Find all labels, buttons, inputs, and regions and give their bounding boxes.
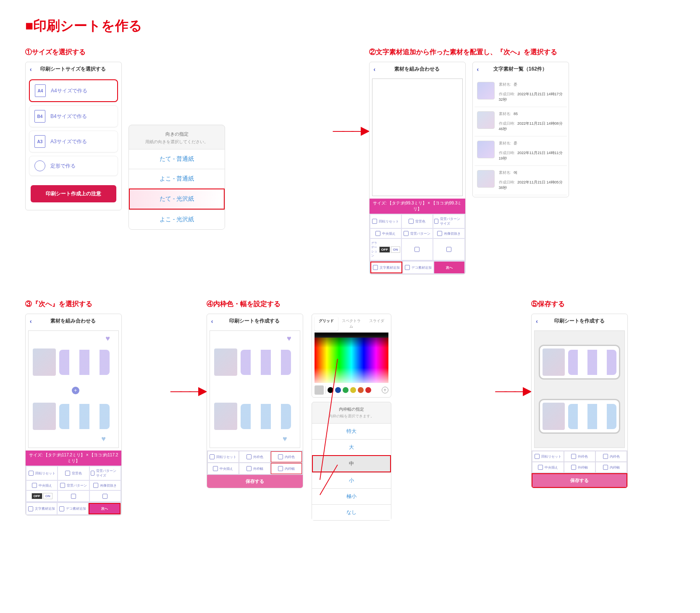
edit-header: 印刷シートを作成する (541, 317, 623, 325)
tool-bg-pattern[interactable]: 背景パターン (402, 229, 433, 238)
color-tab-slider[interactable]: スライダ (365, 317, 388, 331)
canvas[interactable]: ♥ ♥ (210, 330, 300, 448)
tool-center[interactable]: 中央揃え (26, 481, 57, 490)
tool-outer-color[interactable]: 外枠色 (239, 451, 270, 462)
swatch[interactable] (335, 387, 341, 393)
back-icon[interactable]: ‹ (374, 66, 376, 73)
size-option-b4[interactable]: B4 B4サイズで作る (29, 105, 118, 127)
width-opt-s[interactable]: 小 (312, 472, 391, 488)
save-button[interactable]: 保存する (207, 475, 303, 488)
size-label-a4: A4サイズで作る (51, 87, 87, 94)
compose-header: 素材を組み合わせる (379, 65, 461, 73)
tool-extra1[interactable] (58, 491, 89, 501)
tool-bg-color[interactable]: 背景色 (402, 215, 433, 228)
notes-button[interactable]: 印刷シート作成上の注意 (31, 185, 116, 202)
photo-material[interactable] (33, 403, 56, 430)
save-button[interactable]: 保存する (532, 473, 627, 488)
tool-gradation[interactable]: OFFON (26, 491, 57, 501)
back-icon[interactable]: ‹ (30, 66, 32, 73)
a4-icon: A4 (35, 84, 46, 97)
size-option-a3[interactable]: A3 A3サイズで作る (29, 131, 118, 152)
tool-center[interactable]: 中央揃え (370, 229, 401, 238)
photo-material[interactable] (214, 403, 237, 430)
tool-inner-color[interactable]: 内枠色 (596, 451, 627, 461)
tool-bg-pattern-size[interactable]: 背景パターンサイズ (433, 215, 464, 228)
tool-inner-width[interactable]: 内枠幅 (596, 462, 627, 472)
tool-rotate-reset[interactable]: 回転リセット (532, 451, 563, 461)
swatch[interactable] (365, 387, 371, 393)
misc-icon (446, 247, 451, 252)
add-text-material-button[interactable]: 文字素材追加 (370, 262, 402, 273)
add-deco-material-button[interactable]: デコ素材追加 (403, 262, 433, 273)
tool-inner-color[interactable]: 内枠色 (271, 451, 301, 462)
arrow-icon: ———▶ (495, 384, 530, 398)
orient-opt-0[interactable]: たて - 普通紙 (129, 149, 225, 169)
color-tab-grid[interactable]: グリッド (315, 317, 338, 331)
swatch[interactable] (343, 387, 349, 393)
tool-bg-pattern[interactable]: 背景パターン (58, 481, 89, 490)
add-text-material-button[interactable]: 文字素材追加 (26, 503, 57, 514)
step1-title: ①サイズを選択する (25, 48, 274, 57)
material-item[interactable]: 素材名:85 作成日時:2022年11月21日 14時08分46秒 (475, 107, 567, 136)
text-material[interactable] (241, 350, 291, 375)
plus-icon[interactable]: + (72, 387, 79, 394)
tool-rotate-reset[interactable]: 回転リセット (370, 215, 401, 228)
step5-title: ⑤保存する (531, 300, 675, 309)
tool-gradation[interactable]: グラデーション OFFON (370, 239, 401, 260)
tool-outer-width[interactable]: 外枠幅 (564, 462, 595, 472)
tool-center[interactable]: 中央揃え (532, 462, 563, 472)
add-swatch-icon[interactable]: + (382, 387, 388, 393)
tool-outer-color[interactable]: 外枠色 (564, 451, 595, 461)
canvas[interactable] (534, 330, 625, 448)
text-material[interactable] (241, 404, 291, 429)
width-opt-xl[interactable]: 特大 (312, 423, 391, 439)
tool-extra2[interactable] (90, 491, 121, 501)
size-label-b4: B4サイズで作る (50, 113, 87, 120)
tool-extra2[interactable] (433, 239, 464, 260)
canvas[interactable] (372, 79, 463, 196)
width-opt-none[interactable]: なし (312, 504, 391, 520)
swatch[interactable] (328, 387, 333, 393)
text-material[interactable] (59, 350, 110, 375)
back-icon[interactable]: ‹ (211, 318, 213, 325)
material-thumb (477, 111, 495, 129)
canvas[interactable]: + ♥ ♥ (28, 330, 119, 448)
add-deco-material-button[interactable]: デコ素材追加 (58, 503, 88, 514)
width-opt-l[interactable]: 大 (312, 439, 391, 455)
orient-subtitle: 用紙の向きを選択してください。 (133, 139, 220, 145)
next-button[interactable]: 次へ (434, 262, 464, 273)
text-material[interactable] (59, 404, 110, 429)
material-item[interactable]: 素材名:예 作成日時:2022年11月21日 14時05分38秒 (475, 166, 567, 195)
orient-opt-1[interactable]: よこ - 普通紙 (129, 169, 225, 189)
orient-opt-2[interactable]: たて - 光沢紙 (129, 189, 225, 210)
width-opt-m[interactable]: 中 (312, 455, 391, 472)
color-tab-spectrum[interactable]: スペクトラム (340, 317, 363, 331)
next-button[interactable]: 次へ (89, 503, 121, 514)
back-icon[interactable]: ‹ (477, 66, 479, 73)
swatch[interactable] (358, 387, 364, 393)
tool-bg-color[interactable]: 背景色 (58, 466, 89, 480)
material-item[interactable]: 素材名:준 作成日時:2022年11月21日 14時17分32秒 (475, 78, 567, 107)
tool-crop[interactable]: 画像切抜き (433, 229, 464, 238)
size-option-a4[interactable]: A4 A4サイズで作る (29, 79, 118, 102)
tool-inner-width[interactable]: 内枠幅 (271, 463, 301, 474)
tool-crop[interactable]: 画像切抜き (90, 481, 121, 490)
back-icon[interactable]: ‹ (536, 318, 538, 325)
back-icon[interactable]: ‹ (30, 318, 32, 325)
tool-bg-pattern-size[interactable]: 背景パターンサイズ (90, 466, 121, 480)
width-panel: 内枠幅の指定 内枠の幅を選択できます。 特大 大 中 小 極小 なし (312, 402, 391, 521)
swatch[interactable] (350, 387, 356, 393)
size-indicator: サイズ: 【タテ:約117.2ミリ】 × 【ヨコ:約117.2ミリ】 (26, 451, 121, 466)
photo-material[interactable] (33, 348, 56, 376)
photo-material[interactable] (214, 348, 237, 376)
size-option-fixed[interactable]: 定形で作る (29, 156, 118, 176)
tool-center[interactable]: 中央揃え (208, 463, 239, 474)
width-opt-xs[interactable]: 極小 (312, 488, 391, 504)
color-grid[interactable] (315, 333, 388, 383)
tool-rotate-reset[interactable]: 回転リセット (26, 466, 57, 480)
material-item[interactable]: 素材名:준 作成日時:2022年11月21日 14時11分19秒 (475, 136, 567, 166)
tool-rotate-reset[interactable]: 回転リセット (208, 451, 239, 462)
tool-extra1[interactable] (402, 239, 433, 260)
tool-outer-width[interactable]: 外枠幅 (239, 463, 270, 474)
orient-opt-3[interactable]: よこ - 光沢紙 (129, 210, 225, 229)
